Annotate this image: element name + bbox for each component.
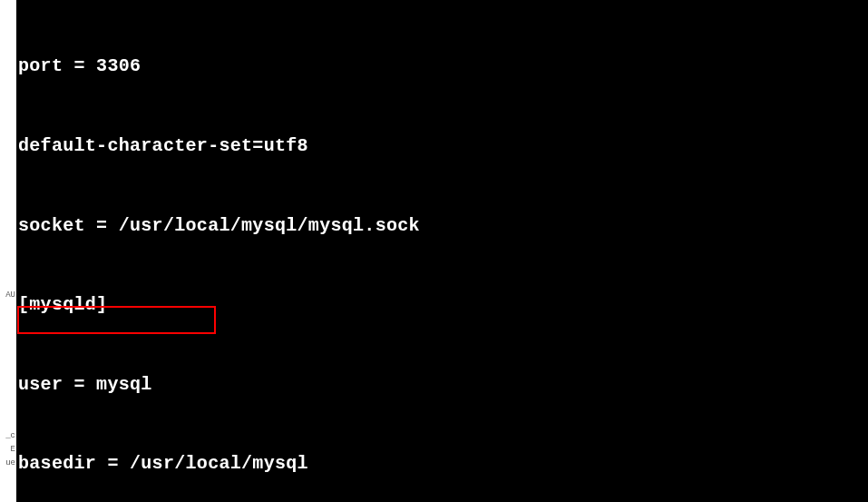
config-line: [mysqld] <box>16 291 868 318</box>
config-line: user = mysql <box>16 371 868 398</box>
gutter-fragment: AU <box>5 290 15 300</box>
gutter-fragment: _c <box>5 431 15 441</box>
config-line: port = 3306 <box>16 53 868 79</box>
terminal-editor[interactable]: port = 3306 default-character-set=utf8 s… <box>16 0 868 502</box>
config-line: default-character-set=utf8 <box>16 133 868 159</box>
gutter-fragment: ue <box>5 458 15 468</box>
editor-gutter: AU _c E ue <box>0 0 17 502</box>
gutter-fragment: E <box>11 445 15 455</box>
config-line: basedir = /usr/local/mysql <box>16 450 868 477</box>
config-line: socket = /usr/local/mysql/mysql.sock <box>16 212 868 239</box>
